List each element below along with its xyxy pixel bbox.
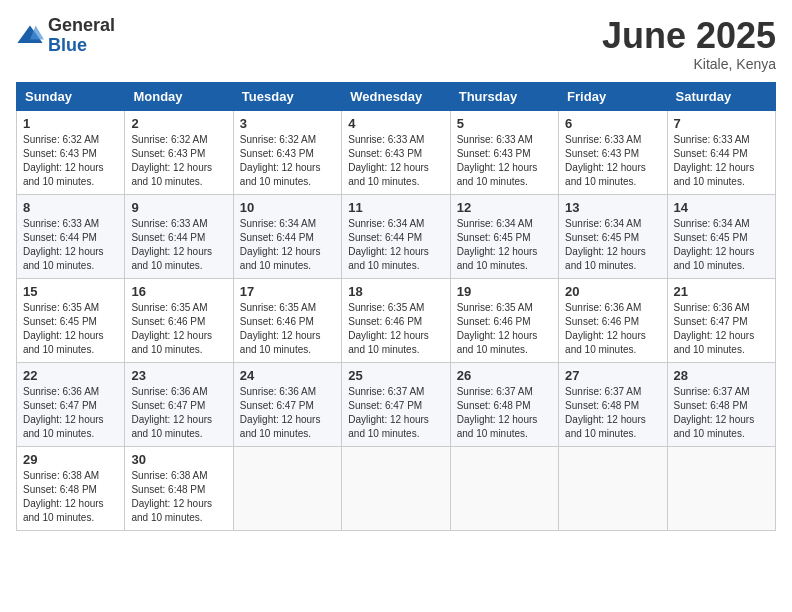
week-row-5: 29 Sunrise: 6:38 AMSunset: 6:48 PMDaylig… xyxy=(17,446,776,530)
header-saturday: Saturday xyxy=(667,82,775,110)
day-info: Sunrise: 6:34 AMSunset: 6:45 PMDaylight:… xyxy=(674,218,755,271)
day-info: Sunrise: 6:37 AMSunset: 6:48 PMDaylight:… xyxy=(674,386,755,439)
calendar-cell: 12 Sunrise: 6:34 AMSunset: 6:45 PMDaylig… xyxy=(450,194,558,278)
day-info: Sunrise: 6:34 AMSunset: 6:44 PMDaylight:… xyxy=(348,218,429,271)
calendar-cell: 19 Sunrise: 6:35 AMSunset: 6:46 PMDaylig… xyxy=(450,278,558,362)
day-number: 8 xyxy=(23,200,118,215)
calendar-cell xyxy=(233,446,341,530)
logo-blue: Blue xyxy=(48,36,115,56)
calendar-cell: 13 Sunrise: 6:34 AMSunset: 6:45 PMDaylig… xyxy=(559,194,667,278)
calendar-cell: 9 Sunrise: 6:33 AMSunset: 6:44 PMDayligh… xyxy=(125,194,233,278)
day-number: 4 xyxy=(348,116,443,131)
calendar-cell: 11 Sunrise: 6:34 AMSunset: 6:44 PMDaylig… xyxy=(342,194,450,278)
calendar-cell: 18 Sunrise: 6:35 AMSunset: 6:46 PMDaylig… xyxy=(342,278,450,362)
calendar-cell xyxy=(450,446,558,530)
day-info: Sunrise: 6:33 AMSunset: 6:44 PMDaylight:… xyxy=(23,218,104,271)
header-thursday: Thursday xyxy=(450,82,558,110)
calendar-cell: 17 Sunrise: 6:35 AMSunset: 6:46 PMDaylig… xyxy=(233,278,341,362)
day-number: 1 xyxy=(23,116,118,131)
day-number: 15 xyxy=(23,284,118,299)
day-number: 21 xyxy=(674,284,769,299)
day-info: Sunrise: 6:35 AMSunset: 6:46 PMDaylight:… xyxy=(240,302,321,355)
day-info: Sunrise: 6:33 AMSunset: 6:44 PMDaylight:… xyxy=(674,134,755,187)
day-number: 9 xyxy=(131,200,226,215)
calendar-cell: 21 Sunrise: 6:36 AMSunset: 6:47 PMDaylig… xyxy=(667,278,775,362)
day-number: 16 xyxy=(131,284,226,299)
week-row-2: 8 Sunrise: 6:33 AMSunset: 6:44 PMDayligh… xyxy=(17,194,776,278)
day-info: Sunrise: 6:37 AMSunset: 6:47 PMDaylight:… xyxy=(348,386,429,439)
calendar-cell: 29 Sunrise: 6:38 AMSunset: 6:48 PMDaylig… xyxy=(17,446,125,530)
calendar-cell: 24 Sunrise: 6:36 AMSunset: 6:47 PMDaylig… xyxy=(233,362,341,446)
day-info: Sunrise: 6:36 AMSunset: 6:47 PMDaylight:… xyxy=(131,386,212,439)
day-number: 25 xyxy=(348,368,443,383)
calendar-cell: 22 Sunrise: 6:36 AMSunset: 6:47 PMDaylig… xyxy=(17,362,125,446)
day-number: 29 xyxy=(23,452,118,467)
calendar-cell: 30 Sunrise: 6:38 AMSunset: 6:48 PMDaylig… xyxy=(125,446,233,530)
day-number: 3 xyxy=(240,116,335,131)
day-info: Sunrise: 6:35 AMSunset: 6:46 PMDaylight:… xyxy=(131,302,212,355)
day-info: Sunrise: 6:32 AMSunset: 6:43 PMDaylight:… xyxy=(240,134,321,187)
day-number: 24 xyxy=(240,368,335,383)
day-info: Sunrise: 6:36 AMSunset: 6:47 PMDaylight:… xyxy=(23,386,104,439)
day-info: Sunrise: 6:38 AMSunset: 6:48 PMDaylight:… xyxy=(23,470,104,523)
day-number: 28 xyxy=(674,368,769,383)
week-row-4: 22 Sunrise: 6:36 AMSunset: 6:47 PMDaylig… xyxy=(17,362,776,446)
calendar-cell xyxy=(667,446,775,530)
calendar-cell: 28 Sunrise: 6:37 AMSunset: 6:48 PMDaylig… xyxy=(667,362,775,446)
day-number: 20 xyxy=(565,284,660,299)
calendar-cell xyxy=(559,446,667,530)
location-subtitle: Kitale, Kenya xyxy=(602,56,776,72)
calendar-cell: 15 Sunrise: 6:35 AMSunset: 6:45 PMDaylig… xyxy=(17,278,125,362)
calendar-table: SundayMondayTuesdayWednesdayThursdayFrid… xyxy=(16,82,776,531)
header-monday: Monday xyxy=(125,82,233,110)
day-info: Sunrise: 6:34 AMSunset: 6:45 PMDaylight:… xyxy=(457,218,538,271)
day-info: Sunrise: 6:36 AMSunset: 6:46 PMDaylight:… xyxy=(565,302,646,355)
day-info: Sunrise: 6:35 AMSunset: 6:46 PMDaylight:… xyxy=(457,302,538,355)
calendar-cell: 5 Sunrise: 6:33 AMSunset: 6:43 PMDayligh… xyxy=(450,110,558,194)
weekday-header-row: SundayMondayTuesdayWednesdayThursdayFrid… xyxy=(17,82,776,110)
day-info: Sunrise: 6:33 AMSunset: 6:43 PMDaylight:… xyxy=(348,134,429,187)
calendar-cell: 8 Sunrise: 6:33 AMSunset: 6:44 PMDayligh… xyxy=(17,194,125,278)
calendar-cell: 2 Sunrise: 6:32 AMSunset: 6:43 PMDayligh… xyxy=(125,110,233,194)
calendar-cell: 10 Sunrise: 6:34 AMSunset: 6:44 PMDaylig… xyxy=(233,194,341,278)
day-number: 7 xyxy=(674,116,769,131)
day-number: 26 xyxy=(457,368,552,383)
day-number: 13 xyxy=(565,200,660,215)
calendar-cell: 14 Sunrise: 6:34 AMSunset: 6:45 PMDaylig… xyxy=(667,194,775,278)
day-info: Sunrise: 6:34 AMSunset: 6:45 PMDaylight:… xyxy=(565,218,646,271)
day-info: Sunrise: 6:33 AMSunset: 6:44 PMDaylight:… xyxy=(131,218,212,271)
calendar-cell: 1 Sunrise: 6:32 AMSunset: 6:43 PMDayligh… xyxy=(17,110,125,194)
day-number: 11 xyxy=(348,200,443,215)
day-number: 19 xyxy=(457,284,552,299)
calendar-cell: 23 Sunrise: 6:36 AMSunset: 6:47 PMDaylig… xyxy=(125,362,233,446)
day-info: Sunrise: 6:36 AMSunset: 6:47 PMDaylight:… xyxy=(674,302,755,355)
day-number: 14 xyxy=(674,200,769,215)
day-number: 6 xyxy=(565,116,660,131)
day-info: Sunrise: 6:33 AMSunset: 6:43 PMDaylight:… xyxy=(457,134,538,187)
day-info: Sunrise: 6:32 AMSunset: 6:43 PMDaylight:… xyxy=(23,134,104,187)
header-wednesday: Wednesday xyxy=(342,82,450,110)
day-number: 12 xyxy=(457,200,552,215)
calendar-cell: 7 Sunrise: 6:33 AMSunset: 6:44 PMDayligh… xyxy=(667,110,775,194)
day-info: Sunrise: 6:35 AMSunset: 6:46 PMDaylight:… xyxy=(348,302,429,355)
week-row-1: 1 Sunrise: 6:32 AMSunset: 6:43 PMDayligh… xyxy=(17,110,776,194)
calendar-cell: 6 Sunrise: 6:33 AMSunset: 6:43 PMDayligh… xyxy=(559,110,667,194)
day-info: Sunrise: 6:33 AMSunset: 6:43 PMDaylight:… xyxy=(565,134,646,187)
calendar-cell: 27 Sunrise: 6:37 AMSunset: 6:48 PMDaylig… xyxy=(559,362,667,446)
day-number: 5 xyxy=(457,116,552,131)
day-number: 22 xyxy=(23,368,118,383)
calendar-cell: 3 Sunrise: 6:32 AMSunset: 6:43 PMDayligh… xyxy=(233,110,341,194)
calendar-cell xyxy=(342,446,450,530)
logo-text: General Blue xyxy=(48,16,115,56)
logo: General Blue xyxy=(16,16,115,56)
calendar-cell: 4 Sunrise: 6:33 AMSunset: 6:43 PMDayligh… xyxy=(342,110,450,194)
day-info: Sunrise: 6:37 AMSunset: 6:48 PMDaylight:… xyxy=(565,386,646,439)
day-number: 23 xyxy=(131,368,226,383)
day-info: Sunrise: 6:32 AMSunset: 6:43 PMDaylight:… xyxy=(131,134,212,187)
day-number: 27 xyxy=(565,368,660,383)
header-sunday: Sunday xyxy=(17,82,125,110)
day-number: 18 xyxy=(348,284,443,299)
logo-icon xyxy=(16,22,44,50)
month-title: June 2025 xyxy=(602,16,776,56)
calendar-cell: 25 Sunrise: 6:37 AMSunset: 6:47 PMDaylig… xyxy=(342,362,450,446)
